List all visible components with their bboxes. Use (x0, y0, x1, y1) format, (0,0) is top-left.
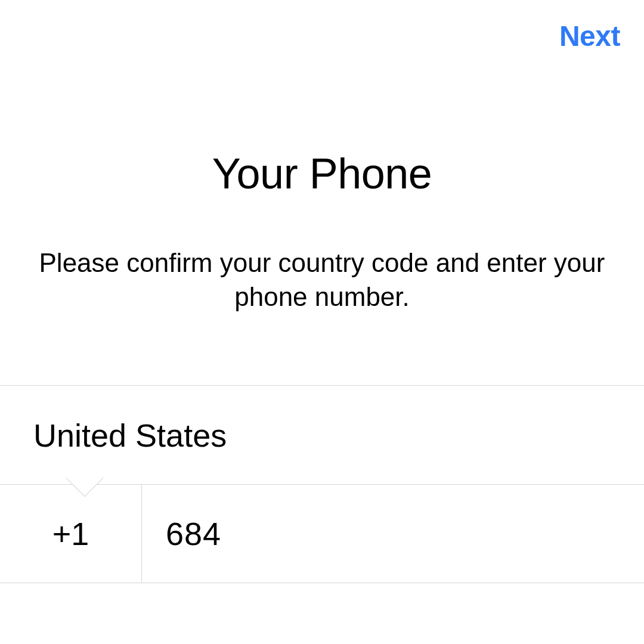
title-block: Your Phone Please confirm your country c… (0, 149, 644, 314)
phone-form: United States +1 (0, 385, 644, 583)
page-subtitle: Please confirm your country code and ent… (36, 246, 608, 314)
phone-number-input[interactable] (142, 485, 644, 583)
dial-code[interactable]: +1 (0, 485, 142, 583)
country-selector[interactable]: United States (0, 385, 644, 484)
page-title: Your Phone (36, 149, 608, 198)
phone-row: +1 (0, 484, 644, 583)
country-name-label: United States (33, 417, 227, 454)
top-bar: Next (0, 0, 644, 60)
next-button[interactable]: Next (559, 20, 620, 52)
